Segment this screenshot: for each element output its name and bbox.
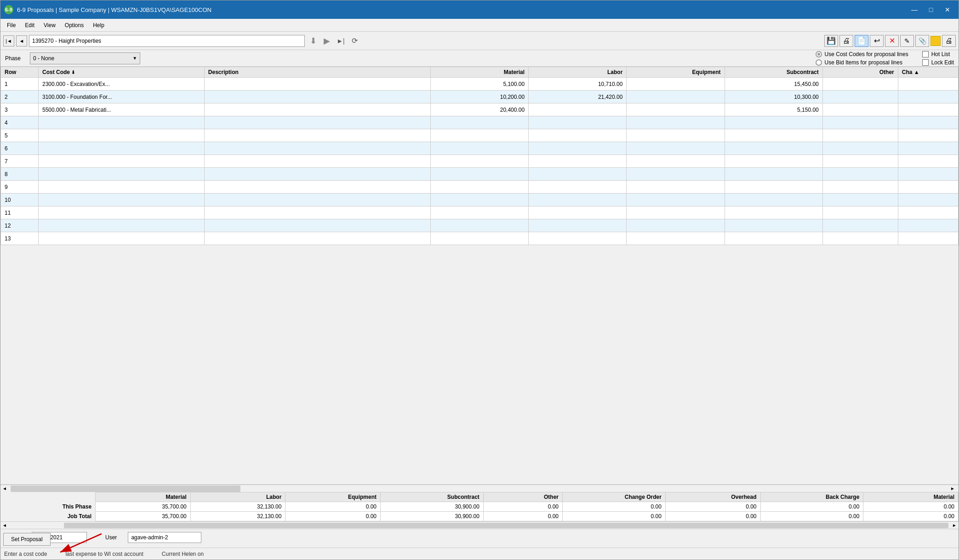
grid-cell[interactable] [39,206,205,219]
minimize-button[interactable]: — [907,4,922,16]
grid-cell[interactable] [39,155,205,168]
table-row[interactable]: 11 [1,206,959,219]
grid-cell[interactable] [204,194,430,206]
grid-cell[interactable] [39,168,205,181]
grid-cell[interactable] [725,194,822,206]
close-button[interactable]: ✕ [940,4,955,16]
grid-cell[interactable]: 5500.000 - Metal Fabricati... [39,103,205,116]
grid-cell[interactable] [898,219,958,232]
grid-cell[interactable] [430,116,528,129]
grid-cell[interactable] [529,194,627,206]
maximize-button[interactable]: □ [924,4,938,16]
grid-cell[interactable] [627,232,725,245]
summary-scroll-left[interactable]: ◄ [0,523,9,528]
grid-cell[interactable]: 2300.000 - Excavation/Ex... [39,78,205,91]
table-row[interactable]: 23100.000 - Foundation For...10,200.0021… [1,91,959,103]
grid-cell[interactable] [430,194,528,206]
print2-button[interactable]: 🖨 [839,35,853,47]
grid-cell[interactable]: 13 [1,232,39,245]
table-row[interactable]: 9 [1,181,959,194]
grid-cell[interactable]: 10 [1,194,39,206]
grid-cell[interactable] [822,168,898,181]
new-button[interactable]: 📄 [855,35,868,47]
grid-cell[interactable]: 15,450.00 [725,78,822,91]
grid-cell[interactable] [725,181,822,194]
grid-cell[interactable] [204,219,430,232]
table-row[interactable]: 12 [1,219,959,232]
grid-cell[interactable] [898,103,958,116]
radio-bid-items[interactable]: Use Bid Items for proposal lines [816,59,908,66]
grid-cell[interactable] [430,168,528,181]
grid-cell[interactable] [204,232,430,245]
table-row[interactable]: 12300.000 - Excavation/Ex...5,100.0010,7… [1,78,959,91]
grid-cell[interactable] [822,116,898,129]
grid-cell[interactable] [39,116,205,129]
grid-cell[interactable] [627,219,725,232]
grid-cell[interactable] [529,232,627,245]
grid-cell[interactable] [725,129,822,142]
delete-button[interactable]: ✕ [885,35,899,47]
grid-cell[interactable]: 7 [1,155,39,168]
print-button[interactable]: 🖨 [942,35,956,47]
grid-cell[interactable] [898,129,958,142]
menu-help[interactable]: Help [88,21,109,30]
grid-cell[interactable] [822,155,898,168]
grid-cell[interactable] [898,194,958,206]
lock-edit-row[interactable]: Lock Edit [922,59,954,66]
radio-cost-codes[interactable]: Use Cost Codes for proposal lines [816,51,908,57]
grid-cell[interactable] [627,116,725,129]
grid-cell[interactable] [39,232,205,245]
grid-cell[interactable] [430,142,528,155]
grid-cell[interactable] [822,206,898,219]
grid-cell[interactable] [898,232,958,245]
phase-select[interactable]: 0 - None ▼ [30,52,140,64]
grid-cell[interactable]: 4 [1,116,39,129]
grid-cell[interactable] [204,129,430,142]
grid-cell[interactable] [39,181,205,194]
grid-cell[interactable] [822,129,898,142]
grid-cell[interactable]: 20,400.00 [430,103,528,116]
grid-cell[interactable] [204,142,430,155]
grid-cell[interactable]: 11 [1,206,39,219]
summary-scroll-right[interactable]: ► [950,523,959,528]
grid-cell[interactable] [898,206,958,219]
grid-cell[interactable] [39,142,205,155]
grid-cell[interactable] [430,181,528,194]
grid-cell[interactable]: 5 [1,129,39,142]
scrollbar-thumb[interactable] [11,486,240,492]
grid-cell[interactable] [725,142,822,155]
grid-cell[interactable] [725,116,822,129]
grid-cell[interactable] [204,181,430,194]
grid-cell[interactable] [627,206,725,219]
grid-cell[interactable] [822,103,898,116]
set-proposal-button[interactable]: Set Proposal [3,533,51,546]
grid-cell[interactable] [822,181,898,194]
nav-right-button[interactable]: ▶ [320,35,333,47]
grid-cell[interactable] [529,206,627,219]
grid-cell[interactable] [898,155,958,168]
table-row[interactable]: 8 [1,168,959,181]
grid-cell[interactable]: 1 [1,78,39,91]
grid-cell[interactable] [627,142,725,155]
grid-cell[interactable] [204,103,430,116]
grid-cell[interactable] [529,129,627,142]
nav-first-button[interactable]: |◄ [3,35,14,46]
scroll-left-arrow[interactable]: ◄ [0,486,9,491]
lock-edit-checkbox[interactable] [922,59,929,66]
grid-cell[interactable] [204,116,430,129]
grid-cell[interactable] [627,103,725,116]
yellow-button[interactable] [930,36,941,46]
menu-options[interactable]: Options [60,21,88,30]
radio-cost-codes-btn[interactable] [816,51,822,57]
grid-cell[interactable] [529,142,627,155]
grid-cell[interactable] [898,181,958,194]
grid-cell[interactable] [204,168,430,181]
grid-cell[interactable] [725,232,822,245]
grid-cell[interactable] [204,78,430,91]
grid-cell[interactable] [430,219,528,232]
menu-view[interactable]: View [39,21,60,30]
nav-down-button[interactable]: ⬇ [307,35,320,47]
table-row[interactable]: 35500.000 - Metal Fabricati...20,400.005… [1,103,959,116]
table-row[interactable]: 13 [1,232,959,245]
grid-cell[interactable] [204,155,430,168]
